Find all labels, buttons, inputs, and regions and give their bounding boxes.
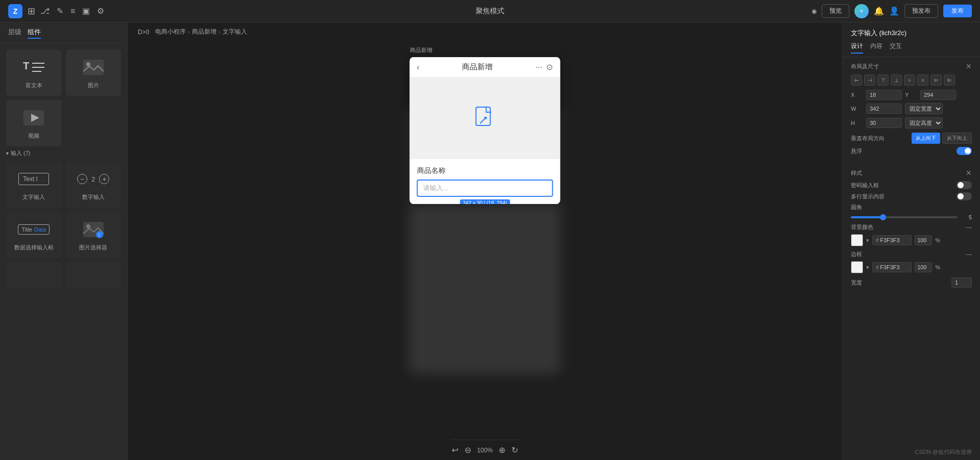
border-opacity-percent: %	[935, 264, 940, 270]
grid-icon[interactable]: ⊞	[28, 6, 35, 17]
rp-tab-content[interactable]: 内容	[870, 42, 883, 54]
back-button[interactable]: ‹	[417, 63, 420, 72]
num-input-preview: − 2 +	[77, 174, 109, 184]
tab-components[interactable]: 组件	[28, 27, 41, 39]
record-icon[interactable]: ⊙	[546, 62, 553, 72]
rich-text-icon: T	[18, 56, 49, 79]
border-color-swatch[interactable]	[851, 261, 863, 273]
direction-top-down[interactable]: 从上向下	[912, 133, 940, 144]
text-input-field[interactable]: 请输入...	[417, 180, 553, 197]
share-icon[interactable]: ⎇	[40, 6, 50, 16]
align-left-icon[interactable]: ⊢	[851, 74, 862, 86]
border-hash-input: #	[872, 262, 912, 272]
phone-content: 商品名称 请输入... 342 x 30 | (18, 294)	[410, 159, 560, 204]
h-row: H 固定高度 自适应	[851, 117, 972, 129]
border-color-value[interactable]	[880, 264, 908, 270]
component-rich-text[interactable]: T 富文本	[6, 49, 62, 96]
bg-color-chevron[interactable]: ▾	[866, 237, 869, 244]
user-icon[interactable]: 👤	[889, 6, 899, 16]
rp-tab-interact[interactable]: 交互	[890, 42, 902, 54]
align-top-icon[interactable]: ⊤	[877, 74, 889, 86]
zoom-out-button[interactable]: ⊖	[464, 445, 471, 455]
distribute-h-icon[interactable]: ⊧	[917, 74, 928, 86]
logo[interactable]: Z	[8, 4, 22, 18]
topbar-tool-icons: ⎇ ✎ ≡ ▣ ⚙	[40, 6, 104, 16]
deploy-button[interactable]: 发布	[943, 5, 972, 17]
align-middle-icon[interactable]: ⊥	[891, 74, 902, 86]
component-extra2[interactable]	[66, 262, 121, 288]
component-data-select[interactable]: TitleData 数据选择输入框	[6, 212, 62, 258]
radius-slider-track[interactable]	[851, 216, 958, 218]
layout-icon[interactable]: ≡	[70, 7, 75, 16]
border-label: 边框	[851, 250, 862, 258]
image-upload-area[interactable]	[410, 78, 560, 159]
component-grid-main: T 富文本	[6, 49, 121, 96]
align-bottom-icon[interactable]: ⊦	[904, 74, 915, 86]
border-opacity-input[interactable]	[915, 262, 932, 272]
redo-button[interactable]: ↻	[511, 445, 518, 455]
layout-close[interactable]: ✕	[966, 62, 972, 70]
text-input-icon: Text I	[18, 168, 49, 190]
h-label: H	[851, 120, 863, 126]
style-close[interactable]: ✕	[966, 169, 972, 177]
component-text-input[interactable]: Text I 文字输入	[6, 161, 62, 208]
w-input[interactable]	[866, 104, 902, 114]
border-hash-symbol: #	[876, 264, 879, 270]
radius-value: 5	[962, 214, 972, 220]
undo-button[interactable]: ↩	[452, 445, 458, 455]
float-label: 悬浮	[851, 147, 862, 155]
component-extra1[interactable]	[6, 262, 62, 288]
preview-button[interactable]: 预览	[822, 4, 849, 18]
x-input[interactable]	[866, 90, 902, 100]
pin-icon[interactable]: ✎	[57, 6, 63, 16]
rp-tabs: 设计 内容 交互	[851, 42, 972, 54]
component-image[interactable]: 图片	[66, 49, 121, 96]
bg-color-swatch[interactable]	[851, 234, 863, 246]
border-width-input[interactable]	[951, 277, 972, 288]
rp-header: 文字输入 (lich3r2c) 设计 内容 交互	[843, 22, 980, 57]
distribute-v-icon[interactable]: ⊨	[930, 74, 942, 86]
direction-label: 垂直布局方向	[851, 135, 885, 142]
h-mode-select[interactable]: 固定高度 自适应	[905, 117, 943, 129]
radius-slider-row: 5	[851, 214, 972, 220]
bg-opacity-input[interactable]	[915, 235, 932, 245]
component-video[interactable]: 视频	[6, 100, 62, 146]
notification-icon[interactable]: 🔔	[874, 6, 884, 16]
monitor-icon[interactable]: ▣	[82, 6, 90, 16]
align-fill-icon[interactable]: ⊫	[944, 74, 955, 86]
component-image-picker[interactable]: ↑ 图片选择器	[66, 212, 121, 258]
breadcrumb-path1: 电商小程序	[155, 28, 186, 36]
image-picker-icon: ↑	[78, 218, 109, 241]
border-color-chevron[interactable]: ▾	[866, 264, 869, 271]
rp-tab-design[interactable]: 设计	[851, 42, 863, 54]
direction-row: 垂直布局方向 从上向下 从下向上	[851, 133, 972, 144]
rp-component-title: 文字输入 (lich3r2c)	[851, 29, 972, 38]
w-mode-select[interactable]: 固定宽度 自适应	[905, 103, 943, 114]
watermark: CSDN @低代码布道师	[915, 448, 972, 456]
bg-color-value[interactable]	[880, 237, 908, 243]
component-grid-video: 视频	[6, 100, 121, 146]
more-icon[interactable]: ···	[535, 63, 542, 72]
h-input[interactable]	[866, 118, 902, 128]
xy-row: X Y	[851, 90, 972, 100]
bg-color-hash-input: #	[872, 235, 912, 245]
layout-section-header: 布局及尺寸 ✕	[851, 62, 972, 70]
direction-bottom-up[interactable]: 从下向上	[942, 133, 972, 144]
settings-icon[interactable]: ⚙	[97, 6, 104, 16]
phone-label: 商品新增	[410, 46, 432, 54]
direction-options: 从上向下 从下向上	[912, 133, 972, 144]
predeploy-button[interactable]: 预发布	[904, 4, 938, 18]
tab-layers[interactable]: 层级	[8, 27, 21, 39]
component-number-input[interactable]: − 2 + 数字输入	[66, 161, 121, 208]
float-toggle[interactable]	[957, 147, 972, 155]
align-icons: ⊢ ⊣ ⊤ ⊥ ⊦ ⊧ ⊨ ⊫	[851, 74, 972, 86]
zoom-in-button[interactable]: ⊕	[499, 445, 505, 455]
svg-rect-12	[476, 107, 490, 125]
radius-slider-thumb[interactable]	[880, 214, 886, 220]
data-select-icon: TitleData	[18, 218, 49, 241]
y-input[interactable]	[920, 90, 956, 100]
multiline-toggle[interactable]	[957, 192, 972, 200]
align-center-h-icon[interactable]: ⊣	[864, 74, 875, 86]
phone-title: 商品新增	[462, 62, 493, 72]
password-toggle[interactable]	[957, 181, 972, 189]
